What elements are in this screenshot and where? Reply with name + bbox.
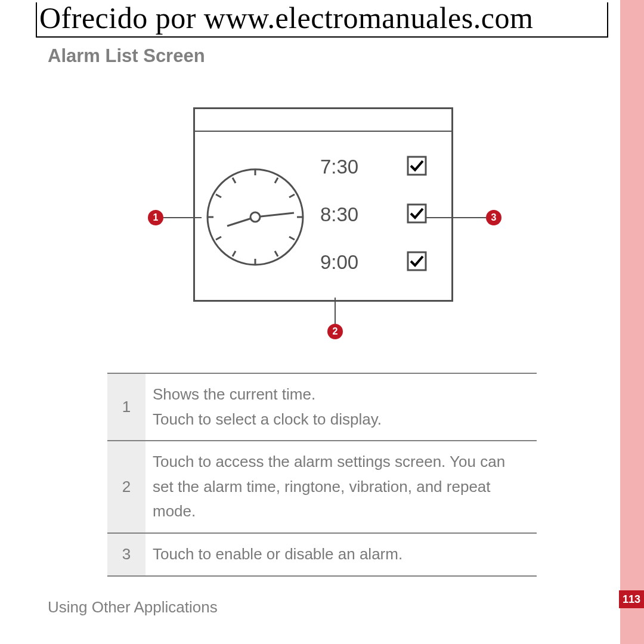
svg-line-10 bbox=[216, 237, 221, 240]
svg-line-6 bbox=[289, 194, 295, 197]
svg-line-5 bbox=[275, 178, 278, 183]
leader-line-2 bbox=[335, 298, 336, 324]
figure-titlebar-divider bbox=[195, 131, 451, 132]
svg-rect-17 bbox=[408, 205, 426, 222]
legend-text: Touch to enable or disable an alarm. bbox=[145, 533, 537, 576]
manual-page: Ofrecido por www.electromanuales.com Ala… bbox=[0, 0, 644, 644]
alarm-time-3: 9:00 bbox=[320, 251, 358, 274]
checkbox-icon bbox=[407, 251, 427, 271]
svg-line-11 bbox=[216, 194, 221, 197]
leader-line-3 bbox=[426, 217, 486, 218]
alarm-time-1: 7:30 bbox=[320, 156, 358, 178]
leader-line-1 bbox=[163, 217, 202, 218]
chapter-footer: Using Other Applications bbox=[48, 598, 218, 617]
legend-text: Shows the current time. Touch to select … bbox=[145, 373, 537, 441]
watermark-banner: Ofrecido por www.electromanuales.com bbox=[36, 2, 608, 38]
alarm-time-2: 8:30 bbox=[320, 203, 358, 226]
checkbox-icon bbox=[407, 203, 427, 224]
svg-rect-18 bbox=[408, 252, 426, 270]
table-row: 1 Shows the current time. Touch to selec… bbox=[107, 373, 537, 441]
table-row: 3 Touch to enable or disable an alarm. bbox=[107, 533, 537, 576]
section-heading: Alarm List Screen bbox=[48, 45, 205, 67]
svg-rect-16 bbox=[408, 157, 426, 175]
svg-line-9 bbox=[233, 251, 236, 256]
callout-badge-2: 2 bbox=[327, 324, 343, 339]
legend-number: 3 bbox=[107, 533, 145, 576]
thumb-index-bar bbox=[620, 0, 644, 644]
legend-number: 2 bbox=[107, 441, 145, 533]
alarm-list-figure: 7:30 8:30 9:00 bbox=[193, 107, 453, 302]
svg-line-13 bbox=[255, 213, 294, 217]
callout-badge-1: 1 bbox=[148, 210, 163, 225]
legend-text: Touch to access the alarm settings scree… bbox=[145, 441, 537, 533]
legend-number: 1 bbox=[107, 373, 145, 441]
page-number-badge: 113 bbox=[619, 590, 644, 608]
svg-point-15 bbox=[250, 212, 260, 222]
table-row: 2 Touch to access the alarm settings scr… bbox=[107, 441, 537, 533]
svg-line-12 bbox=[233, 178, 236, 183]
legend-table: 1 Shows the current time. Touch to selec… bbox=[107, 373, 537, 577]
svg-line-8 bbox=[275, 251, 278, 256]
checkbox-icon bbox=[407, 156, 427, 176]
clock-icon bbox=[205, 166, 306, 268]
svg-line-7 bbox=[289, 237, 295, 240]
callout-badge-3: 3 bbox=[486, 210, 501, 225]
